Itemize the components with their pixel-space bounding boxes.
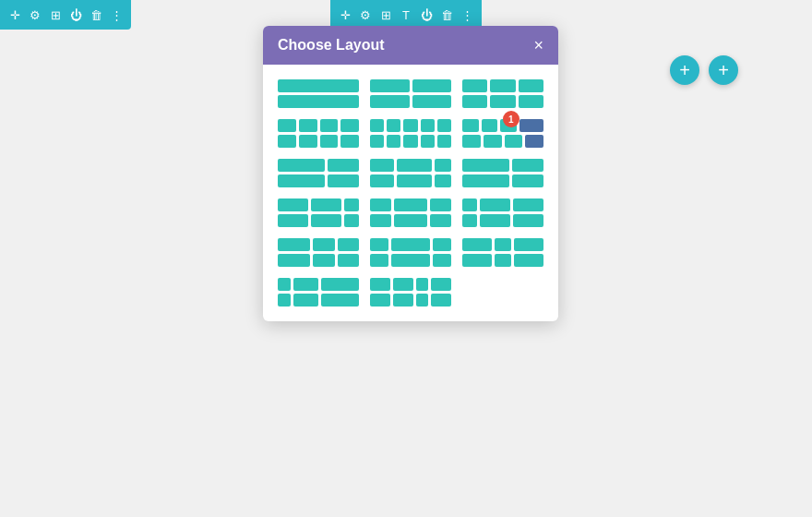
settings-icon[interactable]: ⚙ [28, 7, 42, 22]
modal-header: Choose Layout × [263, 26, 558, 65]
layout-option-3col-mixed[interactable] [462, 238, 543, 267]
layout-option-4col[interactable] [278, 119, 359, 148]
layout-option-4col-narrow[interactable] [278, 278, 359, 307]
plus-button-1[interactable]: + [670, 55, 699, 85]
toolbar-left: ✛ ⚙ ⊞ ⏻ 🗑 ⋮ [0, 0, 131, 30]
plus-button-2[interactable]: + [709, 55, 738, 85]
layout-option-3col-lw[interactable] [462, 198, 543, 227]
plus-buttons-container: + + [670, 55, 738, 85]
layout-badge: 1 [503, 111, 519, 127]
power-icon[interactable]: ⏻ [68, 7, 83, 22]
choose-layout-modal: Choose Layout × [263, 26, 558, 321]
layout-option-1col[interactable] [278, 79, 359, 108]
power-icon-center[interactable]: ⏻ [419, 7, 434, 22]
layout-option-3col-unequal[interactable] [370, 159, 451, 187]
more-icon[interactable]: ⋮ [109, 7, 124, 22]
layout-option-unequal-2col[interactable] [278, 159, 359, 187]
settings-icon-center[interactable]: ⚙ [358, 7, 373, 22]
layout-option-4col-v2[interactable] [370, 278, 451, 307]
layout-option-2col-v2[interactable] [462, 159, 543, 187]
layout-option-3col-mw[interactable] [370, 198, 451, 227]
more-icon-center[interactable]: ⋮ [460, 7, 474, 22]
layout-option-4col-fw[interactable] [278, 238, 359, 267]
text-icon-center[interactable]: T [399, 7, 413, 22]
move-icon-center[interactable]: ✛ [338, 7, 352, 22]
layout-option-2col[interactable] [370, 79, 451, 108]
layout-option-4col-mw[interactable] [370, 238, 451, 267]
move-icon[interactable]: ✛ [7, 7, 22, 22]
trash-icon-center[interactable]: 🗑 [439, 7, 454, 22]
layout-option-5col[interactable] [370, 119, 451, 148]
layout-option-mixed-badge[interactable]: 1 [462, 119, 543, 148]
modal-close-button[interactable]: × [533, 37, 543, 54]
layout-icon-center[interactable]: ⊞ [378, 7, 393, 22]
trash-icon[interactable]: 🗑 [89, 7, 103, 22]
layout-option-3col[interactable] [462, 79, 543, 108]
layout-icon[interactable]: ⊞ [48, 7, 63, 22]
modal-body: 1 [263, 65, 558, 321]
modal-title: Choose Layout [278, 37, 385, 54]
layout-option-3col-fw[interactable] [278, 198, 359, 227]
